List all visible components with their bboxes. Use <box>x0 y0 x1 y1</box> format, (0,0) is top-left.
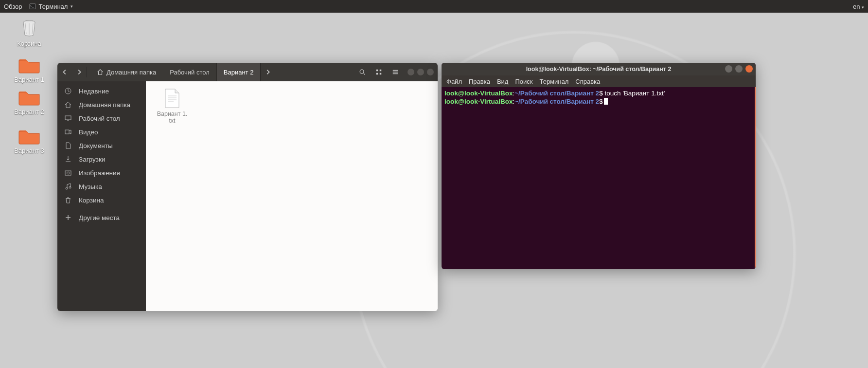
sidebar-label: Музыка <box>79 183 102 190</box>
hamburger-menu-button[interactable] <box>387 63 404 81</box>
sidebar-downloads[interactable]: Загрузки <box>57 152 146 166</box>
file-name: Вариант 1. <box>153 110 192 117</box>
terminal-window: look@look-VirtualBox: ~/Рабочий стол/Вар… <box>442 63 756 269</box>
keyboard-layout-label: en <box>853 3 860 10</box>
desktop-icon-label: Вариант 1 <box>5 76 53 83</box>
breadcrumb-desktop[interactable]: Рабочий стол <box>163 63 216 81</box>
svg-rect-6 <box>380 73 382 75</box>
terminal-line: look@look-VirtualBox:~/Рабочий стол/Вари… <box>444 89 752 97</box>
file-item[interactable]: Вариант 1. txt <box>153 88 192 124</box>
file-manager-content[interactable]: Вариант 1. txt <box>146 81 438 311</box>
maximize-button[interactable] <box>417 69 424 75</box>
breadcrumb-label: Домашняя папка <box>106 69 156 76</box>
sidebar-trash[interactable]: Корзина <box>57 193 146 207</box>
document-icon <box>64 142 72 149</box>
sidebar-label: Рабочий стол <box>79 115 120 122</box>
svg-rect-5 <box>376 73 378 75</box>
svg-rect-4 <box>380 70 382 72</box>
breadcrumb-home[interactable]: Домашняя папка <box>90 63 163 81</box>
video-icon <box>64 128 72 136</box>
file-manager-sidebar: Недавние Домашняя папка Рабочий стол Вид… <box>57 81 146 311</box>
sidebar-home[interactable]: Домашняя папка <box>57 98 146 111</box>
sidebar-other-places[interactable]: Другие места <box>57 211 146 224</box>
sidebar-videos[interactable]: Видео <box>57 125 146 139</box>
view-toggle-button[interactable] <box>371 63 387 81</box>
folder-icon <box>18 90 40 106</box>
desktop-folder-2[interactable]: Вариант 2 <box>5 90 53 115</box>
keyboard-layout-indicator[interactable]: en ▾ <box>853 3 864 10</box>
desktop-folder-1[interactable]: Вариант 1 <box>5 57 53 83</box>
menu-file[interactable]: Файл <box>446 78 462 85</box>
svg-rect-8 <box>65 116 71 120</box>
back-button[interactable] <box>57 63 72 81</box>
prompt-dollar: $ <box>599 90 603 97</box>
desktop-icon-label: Вариант 2 <box>5 108 53 115</box>
chevron-down-icon: ▾ <box>71 4 73 9</box>
minimize-button[interactable] <box>407 69 414 75</box>
menu-search[interactable]: Поиск <box>515 78 532 85</box>
menu-edit[interactable]: Правка <box>469 78 490 85</box>
sidebar-documents[interactable]: Документы <box>57 139 146 152</box>
search-button[interactable] <box>354 63 371 81</box>
sidebar-label: Видео <box>79 129 98 136</box>
sidebar-label: Домашняя папка <box>79 101 130 109</box>
sidebar-label: Другие места <box>79 214 120 221</box>
terminal-titlebar[interactable]: look@look-VirtualBox: ~/Рабочий стол/Вар… <box>442 63 756 75</box>
svg-rect-10 <box>65 171 71 175</box>
camera-icon <box>64 169 72 177</box>
menu-view[interactable]: Вид <box>497 78 509 85</box>
terminal-body[interactable]: look@look-VirtualBox:~/Рабочий стол/Вари… <box>442 87 756 269</box>
breadcrumb-current[interactable]: Вариант 2 <box>216 63 261 81</box>
desktop-folder-3[interactable]: Вариант 3 <box>5 129 53 154</box>
terminal-title-text: look@look-VirtualBox: ~/Рабочий стол/Вар… <box>526 66 672 73</box>
window-controls <box>407 69 434 75</box>
minimize-button[interactable] <box>725 65 732 73</box>
close-button[interactable] <box>745 65 753 73</box>
sidebar-music[interactable]: Музыка <box>57 180 146 193</box>
sidebar-label: Корзина <box>79 197 104 204</box>
folder-icon <box>18 57 40 74</box>
terminal-app-icon <box>29 3 36 10</box>
terminal-command: touch 'Вариант 1.txt' <box>603 90 665 97</box>
sidebar-label: Загрузки <box>79 156 105 163</box>
svg-rect-0 <box>29 4 35 9</box>
file-ext: txt <box>153 117 192 124</box>
svg-rect-9 <box>65 130 69 134</box>
prompt-path-tilde: ~ <box>514 90 518 97</box>
desktop-icon-label: Вариант 3 <box>5 147 53 154</box>
prompt-dollar: $ <box>599 98 603 105</box>
trash-icon <box>64 196 72 204</box>
terminal-line: look@look-VirtualBox:~/Рабочий стол/Вари… <box>444 97 752 106</box>
breadcrumb-label: Вариант 2 <box>224 69 254 76</box>
breadcrumb-label: Рабочий стол <box>170 69 210 76</box>
sidebar-desktop[interactable]: Рабочий стол <box>57 111 146 125</box>
menu-terminal[interactable]: Терминал <box>539 78 568 85</box>
desktop-icon-label: Корзина <box>5 40 53 47</box>
svg-point-11 <box>67 172 70 174</box>
menu-icon <box>392 69 399 75</box>
window-controls <box>725 65 753 73</box>
separator <box>87 67 87 77</box>
plus-icon <box>64 214 72 221</box>
forward-button[interactable] <box>72 63 87 81</box>
file-manager-header: Домашняя папка Рабочий стол Вариант 2 <box>57 63 438 81</box>
menu-help[interactable]: Справка <box>575 78 600 85</box>
file-manager-window: Домашняя папка Рабочий стол Вариант 2 Не… <box>57 63 438 311</box>
clock-icon <box>64 87 72 95</box>
desktop-trash[interactable]: Корзина <box>5 18 53 47</box>
active-app-name: Терминал <box>39 3 68 10</box>
home-icon <box>64 101 72 109</box>
sidebar-label: Изображения <box>79 169 120 177</box>
sidebar-label: Недавние <box>79 88 109 95</box>
grid-icon <box>375 69 382 75</box>
close-button[interactable] <box>427 69 434 75</box>
desktop-icon <box>64 114 72 122</box>
active-app-indicator[interactable]: Терминал ▾ <box>29 3 73 10</box>
sidebar-recent[interactable]: Недавние <box>57 84 146 98</box>
maximize-button[interactable] <box>735 65 743 73</box>
breadcrumb-more[interactable] <box>261 63 275 81</box>
sidebar-pictures[interactable]: Изображения <box>57 166 146 180</box>
breadcrumb: Домашняя папка Рабочий стол Вариант 2 <box>90 63 275 81</box>
activities-button[interactable]: Обзор <box>4 3 22 10</box>
prompt-path-tilde: ~ <box>514 98 518 105</box>
